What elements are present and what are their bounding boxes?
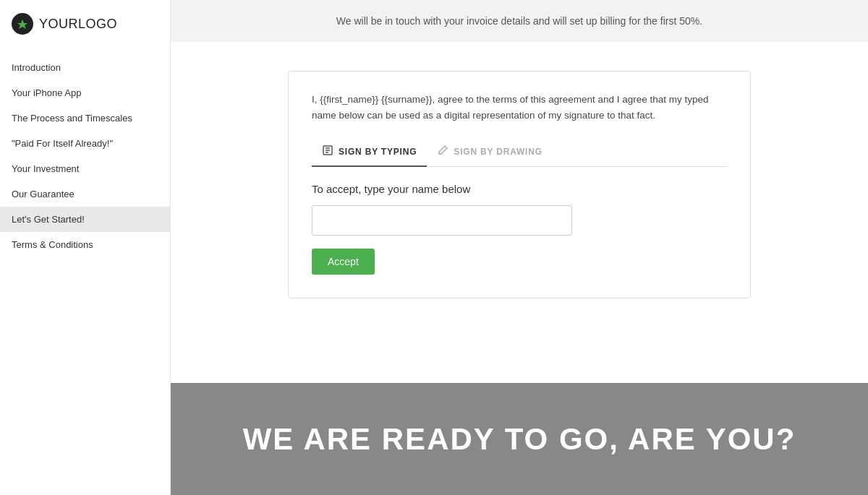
logo-area: YOURLOGO (0, 0, 170, 49)
sidebar-item-introduction[interactable]: Introduction (0, 55, 170, 80)
type-name-label: To accept, type your name below (312, 183, 727, 195)
sidebar: YOURLOGO Introduction Your iPhone App Th… (0, 0, 171, 495)
svg-marker-0 (17, 20, 27, 29)
accept-button[interactable]: Accept (312, 249, 375, 275)
pencil-icon (437, 145, 448, 158)
book-icon (322, 145, 333, 158)
tab-sign-by-typing[interactable]: SIGN BY TYPING (312, 139, 427, 167)
sidebar-item-iphone-app[interactable]: Your iPhone App (0, 80, 170, 106)
sign-tabs: SIGN BY TYPING SIGN BY DRAWING (312, 139, 727, 167)
content-area: I, {{first_name}} {{surname}}, agree to … (171, 42, 868, 383)
sidebar-item-investment[interactable]: Your Investment (0, 156, 170, 181)
top-banner: We will be in touch with your invoice de… (171, 0, 868, 42)
sidebar-item-get-started[interactable]: Let's Get Started! (0, 207, 170, 232)
main-content: We will be in touch with your invoice de… (171, 0, 868, 495)
sidebar-item-paid[interactable]: "Paid For Itself Already!" (0, 131, 170, 156)
sidebar-item-guarantee[interactable]: Our Guarantee (0, 181, 170, 207)
agreement-text: I, {{first_name}} {{surname}}, agree to … (312, 92, 727, 123)
top-banner-text: We will be in touch with your invoice de… (336, 15, 702, 27)
signature-card: I, {{first_name}} {{surname}}, agree to … (288, 71, 751, 298)
logo-text: YOURLOGO (39, 17, 117, 32)
footer-banner: WE ARE READY TO GO, ARE YOU? (171, 383, 868, 495)
sidebar-item-terms[interactable]: Terms & Conditions (0, 232, 170, 257)
sidebar-navigation: Introduction Your iPhone App The Process… (0, 55, 170, 257)
name-input[interactable] (312, 205, 572, 236)
logo-icon (12, 13, 33, 35)
footer-text: WE ARE READY TO GO, ARE YOU? (243, 422, 796, 457)
tab-sign-by-drawing[interactable]: SIGN BY DRAWING (427, 139, 552, 167)
tab-sign-by-typing-label: SIGN BY TYPING (339, 147, 417, 157)
tab-sign-by-drawing-label: SIGN BY DRAWING (454, 147, 542, 157)
type-name-section: To accept, type your name below Accept (312, 183, 727, 275)
sidebar-item-process[interactable]: The Process and Timescales (0, 106, 170, 131)
